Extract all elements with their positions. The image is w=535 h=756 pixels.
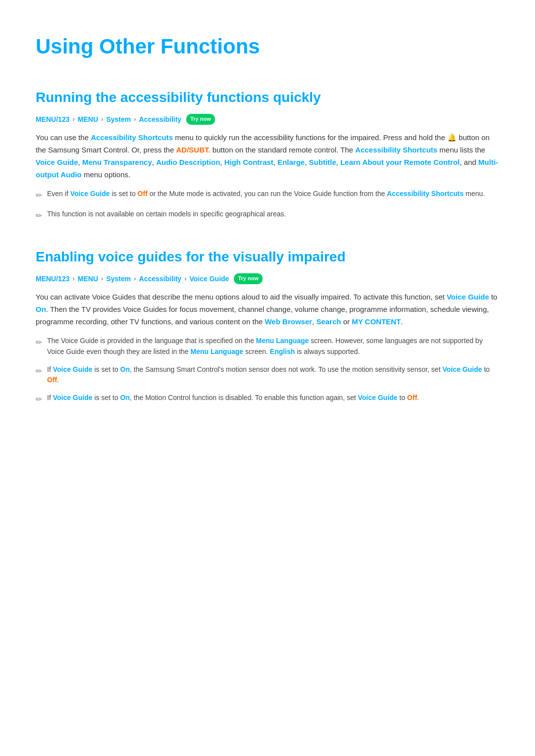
link-off-1: Off bbox=[138, 190, 148, 198]
section1-notes: ✏ Even if Voice Guide is set to Off or t… bbox=[36, 189, 499, 222]
link-english: English bbox=[270, 348, 295, 355]
link-voice-guide-note3: Voice Guide bbox=[53, 394, 93, 402]
breadcrumb2-sep2: › bbox=[101, 274, 103, 284]
link-acc-shortcuts-note: Accessibility Shortcuts bbox=[387, 190, 464, 198]
link-menu-language-1: Menu Language bbox=[256, 337, 309, 345]
breadcrumb2-system: System bbox=[106, 273, 131, 284]
breadcrumb-accessibility: Accessibility bbox=[139, 114, 182, 125]
breadcrumb-menu: MENU bbox=[78, 114, 98, 125]
link-subtitle: Subtitle bbox=[309, 158, 336, 166]
link-voice-guide-note2: Voice Guide bbox=[53, 365, 93, 373]
note-item: ✏ Even if Voice Guide is set to Off or t… bbox=[36, 189, 499, 202]
link-adsubt: AD/SUBT. bbox=[176, 146, 210, 154]
note-item: ✏ If Voice Guide is set to On, the Samsu… bbox=[36, 364, 499, 386]
link-on-2: On bbox=[120, 365, 130, 373]
breadcrumb2-accessibility: Accessibility bbox=[139, 273, 182, 284]
section2-notes: ✏ The Voice Guide is provided in the lan… bbox=[36, 336, 499, 406]
section1-breadcrumb: MENU/123 › MENU › System › Accessibility… bbox=[36, 114, 499, 125]
section2-breadcrumb: MENU/123 › MENU › System › Accessibility… bbox=[36, 273, 499, 284]
note-text-4: If Voice Guide is set to On, the Samsung… bbox=[47, 364, 499, 386]
try-now-badge-2[interactable]: Try now bbox=[234, 273, 263, 284]
link-voice-guide-note1: Voice Guide bbox=[70, 190, 110, 198]
link-voice-guide-note2b: Voice Guide bbox=[442, 365, 482, 373]
link-accessibility-shortcuts-1: Accessibility Shortcuts bbox=[91, 133, 173, 142]
note-item: ✏ The Voice Guide is provided in the lan… bbox=[36, 336, 499, 357]
link-audio-description: Audio Description bbox=[156, 158, 220, 166]
page-title: Using Other Functions bbox=[36, 30, 499, 63]
try-now-badge-1[interactable]: Try now bbox=[186, 114, 215, 125]
note-icon-5: ✏ bbox=[36, 394, 42, 406]
breadcrumb2-menu123: MENU/123 bbox=[36, 273, 69, 284]
section-voice-guides: Enabling voice guides for the visually i… bbox=[36, 246, 499, 406]
breadcrumb-sep3: › bbox=[134, 114, 136, 125]
note-item: ✏ This function is not available on cert… bbox=[36, 209, 499, 222]
note-icon-4: ✏ bbox=[36, 365, 42, 378]
section2-title: Enabling voice guides for the visually i… bbox=[36, 246, 499, 268]
breadcrumb2-sep3: › bbox=[134, 274, 136, 284]
note-text-5: If Voice Guide is set to On, the Motion … bbox=[47, 393, 499, 403]
breadcrumb-system: System bbox=[106, 114, 131, 125]
link-voice-guide-1: Voice Guide bbox=[36, 158, 78, 166]
link-learn-remote: Learn About your Remote Control bbox=[340, 158, 460, 166]
breadcrumb2-voice-guide: Voice Guide bbox=[190, 273, 229, 284]
breadcrumb2-sep4: › bbox=[184, 274, 186, 284]
note-text-1: Even if Voice Guide is set to Off or the… bbox=[47, 189, 499, 200]
note-icon-1: ✏ bbox=[36, 190, 42, 202]
link-off-3: Off bbox=[407, 394, 417, 402]
breadcrumb2-menu: MENU bbox=[78, 273, 98, 284]
link-accessibility-shortcuts-2: Accessibility Shortcuts bbox=[355, 146, 437, 154]
section1-title: Running the accessibility functions quic… bbox=[36, 87, 499, 109]
link-search: Search bbox=[316, 317, 341, 326]
link-enlarge: Enlarge bbox=[277, 158, 305, 166]
breadcrumb-sep2: › bbox=[101, 114, 103, 125]
link-web-browser: Web Browser bbox=[265, 317, 312, 326]
link-voice-guide-note3b: Voice Guide bbox=[358, 394, 398, 402]
link-high-contrast: High Contrast bbox=[224, 158, 273, 166]
note-icon-3: ✏ bbox=[36, 337, 42, 349]
section2-body: You can activate Voice Guides that descr… bbox=[36, 291, 499, 328]
breadcrumb-menu123: MENU/123 bbox=[36, 114, 69, 125]
link-on-3: On bbox=[120, 394, 130, 402]
link-voice-guide-s2-1: Voice Guide bbox=[447, 293, 489, 301]
note-text-2: This function is not available on certai… bbox=[47, 209, 499, 220]
breadcrumb-sep1: › bbox=[72, 114, 74, 125]
note-text-3: The Voice Guide is provided in the langu… bbox=[47, 336, 499, 357]
link-menu-language-2: Menu Language bbox=[191, 348, 244, 355]
section1-body: You can use the Accessibility Shortcuts … bbox=[36, 132, 499, 181]
link-off-2: Off bbox=[47, 376, 57, 384]
section-accessibility-shortcuts: Running the accessibility functions quic… bbox=[36, 87, 499, 222]
link-on-1: On bbox=[36, 305, 46, 313]
note-item: ✏ If Voice Guide is set to On, the Motio… bbox=[36, 393, 499, 406]
link-menu-transparency: Menu Transparency bbox=[82, 158, 152, 166]
link-my-content: MY CONTENT bbox=[352, 317, 401, 326]
note-icon-2: ✏ bbox=[36, 210, 42, 222]
breadcrumb2-sep1: › bbox=[72, 274, 74, 284]
